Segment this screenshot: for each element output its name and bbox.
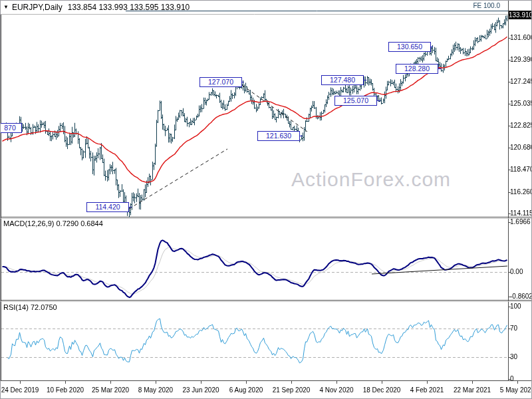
rsi-axis-label: 70 <box>510 325 517 332</box>
macd-axis-label: 1.6966 <box>510 218 531 225</box>
price-annotation[interactable]: 870 <box>0 123 22 133</box>
price-axis-label: 118.470 <box>510 166 532 173</box>
price-annotation[interactable]: 125.070 <box>334 96 377 106</box>
price-annotation[interactable]: 127.480 <box>321 75 364 85</box>
price-axis-label: 125.035 <box>510 100 532 107</box>
time-axis-label: 6 Aug 2020 <box>229 386 263 394</box>
time-axis-label: 10 Feb 2020 <box>47 386 84 394</box>
macd-axis-label: -0.8602 <box>510 293 532 300</box>
price-axis-label: 114.115 <box>510 209 532 217</box>
ohlc-values: 133.854 133.993 133.595 133.910 <box>68 3 190 12</box>
time-axis-label: 8 May 2020 <box>138 386 173 394</box>
time-axis-label: 22 Mar 2021 <box>454 386 491 394</box>
price-axis-label: 129.390 <box>510 56 532 63</box>
time-axis-label: 4 Feb 2021 <box>410 386 444 394</box>
price-annotation[interactable]: 130.650 <box>388 42 431 52</box>
price-annotation[interactable]: 127.070 <box>200 77 242 87</box>
price-axis-label: 120.680 <box>510 144 532 151</box>
time-axis-label: 4 Nov 2020 <box>319 386 353 394</box>
symbol-timeframe-label: EURJPY,Daily <box>12 3 63 12</box>
macd-indicator-label: MACD(12,26,9) 0.7290 0.6844 <box>3 219 103 227</box>
rsi-axis-label: 0 <box>510 375 514 382</box>
fib-expansion-label: FE 100.0 <box>473 2 500 9</box>
price-annotation[interactable]: 121.630 <box>257 131 300 141</box>
current-price-tag: 133.910 <box>509 11 532 19</box>
price-axis-label: 131.600 <box>510 34 532 41</box>
price-annotation[interactable]: 114.420 <box>86 202 129 212</box>
price-axis-label: 116.260 <box>510 188 532 196</box>
rsi-axis-label: 30 <box>510 353 517 360</box>
rsi-axis-label: 100 <box>510 303 521 310</box>
time-axis-label: 25 Mar 2020 <box>92 386 129 394</box>
rsi-indicator-label: RSI(14) 72.0750 <box>3 303 57 311</box>
time-axis-label: 5 May 2021 <box>500 386 532 394</box>
price-axis-label: 122.825 <box>510 122 532 129</box>
time-axis-label: 24 Dec 2019 <box>1 386 39 394</box>
price-annotation[interactable]: 128.280 <box>396 64 438 74</box>
time-axis-label: 18 Dec 2020 <box>363 386 401 394</box>
time-axis-label: 21 Sep 2020 <box>273 386 311 394</box>
title-bar: ▼EURJPY,Daily133.854 133.993 133.595 133… <box>3 3 190 12</box>
price-axis-label: 127.245 <box>510 78 532 85</box>
chart-window: ActionForex.com ▼EURJPY,Daily133.854 133… <box>0 0 532 399</box>
chart-canvas[interactable] <box>1 1 532 399</box>
time-axis-label: 23 Jun 2020 <box>182 386 219 394</box>
macd-axis-label: 0.00 <box>510 268 523 275</box>
symbol-dropdown-icon[interactable]: ▼ <box>3 4 9 10</box>
